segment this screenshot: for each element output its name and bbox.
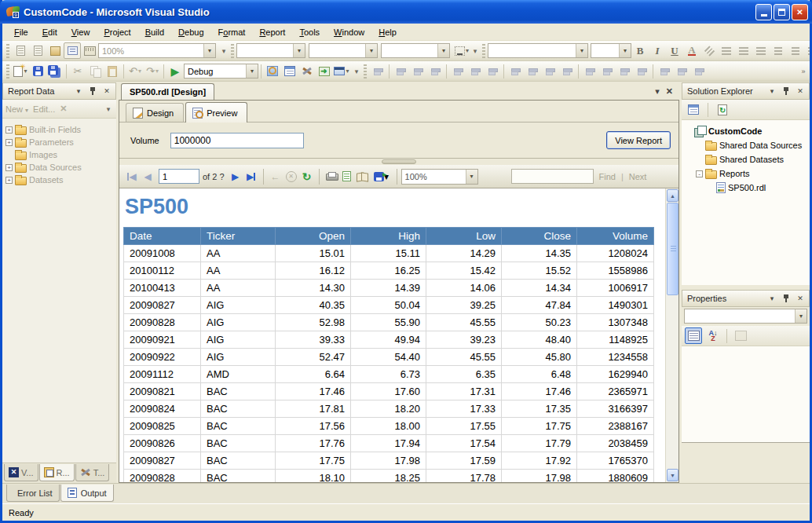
- menu-edit[interactable]: Edit: [35, 25, 64, 39]
- menu-tools[interactable]: Tools: [292, 25, 327, 39]
- expand-icon[interactable]: +: [5, 177, 13, 184]
- properties-window-icon[interactable]: [685, 101, 702, 118]
- increase-vertical-spacing-icon[interactable]: [673, 63, 690, 79]
- volume-parameter-input[interactable]: [170, 133, 304, 148]
- indent-icon[interactable]: [804, 42, 810, 59]
- properties-header[interactable]: Properties ▾ ✕: [682, 290, 810, 307]
- new-button[interactable]: New ▾: [5, 104, 28, 114]
- menu-report[interactable]: Report: [252, 25, 292, 39]
- page-setup-button[interactable]: [355, 169, 371, 185]
- total-select[interactable]: ▾: [381, 43, 450, 58]
- menu-file[interactable]: File: [7, 25, 35, 39]
- print-button[interactable]: [324, 169, 339, 185]
- size-to-grid-icon[interactable]: [524, 63, 541, 79]
- export-button[interactable]: ▾: [371, 169, 393, 185]
- collapse-icon[interactable]: -: [696, 170, 703, 177]
- splitter-grip-icon[interactable]: [382, 159, 416, 164]
- refresh-icon[interactable]: [714, 101, 731, 118]
- toolbar-overflow-icon[interactable]: »: [799, 68, 808, 75]
- highlight-icon[interactable]: [700, 42, 718, 59]
- vertical-scrollbar[interactable]: ▲ ▼: [665, 188, 678, 482]
- current-page-input[interactable]: [159, 169, 199, 184]
- tab-preview[interactable]: Preview: [185, 102, 247, 123]
- close-document-icon[interactable]: ✕: [666, 86, 673, 97]
- toolbox-icon[interactable]: [298, 63, 316, 79]
- underline-icon[interactable]: U: [666, 42, 683, 59]
- make-same-width-icon[interactable]: [507, 63, 524, 79]
- maximize-button[interactable]: [774, 4, 790, 20]
- toolbar-overflow-icon[interactable]: ▾: [352, 68, 361, 75]
- scroll-down-icon[interactable]: ▼: [667, 469, 678, 481]
- cut-icon[interactable]: ✂: [69, 63, 86, 79]
- pin-icon[interactable]: [781, 293, 792, 304]
- bold-icon[interactable]: B: [631, 42, 649, 59]
- toolbar-overflow-icon[interactable]: ▾: [219, 47, 229, 55]
- close-panel-icon[interactable]: ✕: [795, 293, 806, 304]
- toolbar-grip[interactable]: [482, 44, 485, 58]
- align-right-icon[interactable]: [752, 42, 770, 59]
- command-window-icon[interactable]: ▾: [333, 63, 350, 79]
- redo-button[interactable]: ↷▾: [144, 63, 161, 79]
- refresh-button[interactable]: ↻: [299, 169, 315, 185]
- alphabetical-sort-icon[interactable]: A↓Z: [704, 327, 722, 344]
- close-panel-icon[interactable]: ✕: [101, 86, 112, 97]
- tree-item-sp500-rdl[interactable]: SP500.rdl: [685, 181, 808, 195]
- window-position-icon[interactable]: ▾: [766, 86, 777, 97]
- solution-explorer-header[interactable]: Solution Explorer ▾ ✕: [682, 82, 810, 100]
- dataset-select[interactable]: ▾: [236, 43, 305, 58]
- report-properties-icon[interactable]: [46, 42, 64, 59]
- align-middles-icon[interactable]: [466, 63, 484, 79]
- bullet-list-icon[interactable]: [787, 42, 804, 59]
- viewer-zoom-select[interactable]: 100%▾: [401, 169, 478, 185]
- make-same-size-icon[interactable]: [558, 63, 576, 79]
- align-centers-icon[interactable]: [409, 63, 426, 79]
- add-new-item-button[interactable]: ▾: [12, 63, 29, 79]
- print-layout-button[interactable]: [339, 169, 355, 185]
- group-select[interactable]: ▾: [309, 43, 378, 58]
- close-button[interactable]: ✕: [792, 4, 808, 20]
- menu-format[interactable]: Format: [211, 25, 253, 39]
- menu-project[interactable]: Project: [97, 25, 137, 39]
- close-panel-icon[interactable]: ✕: [795, 86, 806, 97]
- start-debugging-button[interactable]: ▶: [166, 63, 184, 79]
- menu-build[interactable]: Build: [138, 25, 171, 39]
- report-body-icon[interactable]: [29, 42, 46, 59]
- grouping-icon[interactable]: [64, 42, 81, 59]
- italic-icon[interactable]: I: [649, 42, 666, 59]
- save-all-button[interactable]: [46, 63, 64, 79]
- font-size-select[interactable]: ▾: [591, 43, 631, 58]
- pin-icon[interactable]: [781, 86, 792, 97]
- last-page-button[interactable]: ▶: [243, 169, 259, 185]
- back-button[interactable]: ←: [268, 169, 283, 185]
- parameter-splitter[interactable]: [119, 159, 678, 165]
- numbered-list-icon[interactable]: [770, 42, 787, 59]
- tab-error-list[interactable]: Error List: [6, 485, 60, 502]
- align-tops-icon[interactable]: [449, 63, 466, 79]
- tree-item-parameters[interactable]: +Parameters: [5, 136, 115, 148]
- remove-horizontal-spacing-icon[interactable]: [633, 63, 650, 79]
- view-report-button[interactable]: View Report: [606, 131, 671, 149]
- document-tab[interactable]: SP500.rdl [Design]: [121, 83, 214, 100]
- tab-r-[interactable]: R...: [39, 464, 75, 481]
- menu-debug[interactable]: Debug: [171, 25, 210, 39]
- scrollbar-thumb[interactable]: [667, 203, 678, 295]
- delete-icon[interactable]: ✕: [60, 104, 67, 114]
- expand-icon[interactable]: +: [5, 164, 13, 171]
- increase-horizontal-spacing-icon[interactable]: [598, 63, 616, 79]
- save-button[interactable]: [29, 63, 46, 79]
- find-in-files-icon[interactable]: [264, 63, 281, 79]
- decrease-vertical-spacing-icon[interactable]: [690, 63, 708, 79]
- toolbar-overflow-icon[interactable]: ▾: [470, 47, 480, 55]
- borders-icon[interactable]: ▾: [453, 42, 470, 59]
- previous-page-button[interactable]: ◀: [140, 169, 155, 185]
- first-page-button[interactable]: ◀: [124, 169, 140, 185]
- tree-item-reports[interactable]: -Reports: [685, 166, 808, 181]
- stop-button[interactable]: ✕: [283, 169, 299, 185]
- align-center-icon[interactable]: [735, 42, 752, 59]
- report-item-icon[interactable]: [12, 42, 29, 59]
- align-left-icon[interactable]: [718, 42, 735, 59]
- tab-v-[interactable]: ✕V...: [4, 464, 38, 481]
- report-data-header[interactable]: Report Data ▾ ✕: [2, 82, 116, 100]
- window-position-icon[interactable]: ▾: [766, 293, 777, 304]
- menu-window[interactable]: Window: [327, 25, 371, 39]
